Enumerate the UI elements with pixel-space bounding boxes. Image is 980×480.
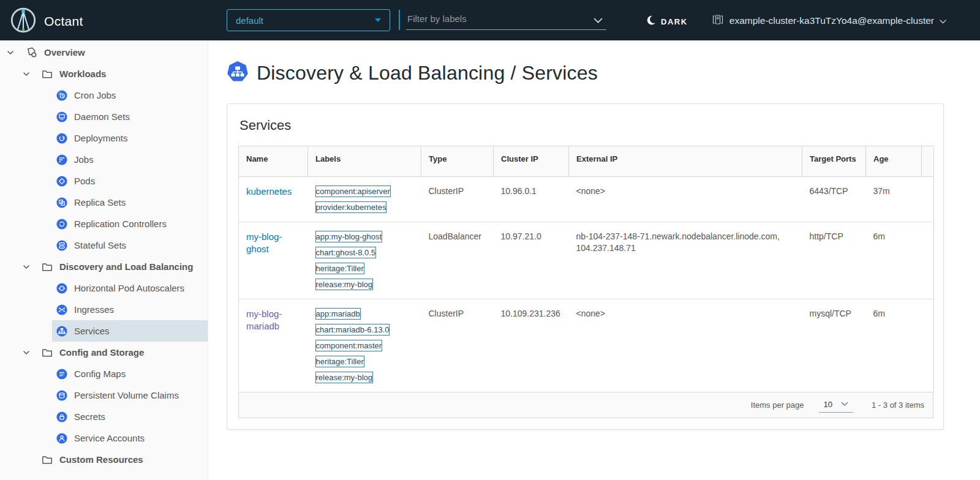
page-title-row: Discovery & Load Balancing / Services [227, 61, 980, 85]
chevron-down-icon[interactable] [22, 263, 32, 271]
sidebar-item-label: Cron Jobs [74, 90, 116, 100]
items-per-page-select[interactable]: 10 [819, 398, 853, 413]
service-accounts-icon [56, 433, 67, 444]
sidebar-item-label: Deployments [74, 133, 128, 143]
label-pill[interactable]: release:my-blog [315, 372, 374, 383]
objects-icon [26, 47, 37, 58]
label-pill[interactable]: chart:ghost-8.0.5 [315, 247, 377, 258]
pods-icon [56, 176, 67, 187]
sidebar-item-label: Replica Sets [74, 197, 126, 208]
sidebar-item-config-and-storage[interactable]: Config and Storage [0, 342, 208, 363]
sidebar-item-config-maps[interactable]: Config Maps [0, 363, 208, 384]
namespace-dropdown[interactable]: default [227, 9, 390, 31]
moon-icon [645, 15, 656, 28]
chevron-down-icon[interactable] [6, 48, 16, 57]
label-pill[interactable]: heritage:Tiller [315, 263, 364, 274]
sidebar-item-label: Services [74, 326, 110, 336]
items-per-page-chevron-icon [841, 402, 848, 407]
label-pill[interactable]: component:apiserver [315, 186, 391, 197]
sidebar-item-stateful-sets[interactable]: Stateful Sets [0, 234, 208, 256]
dark-theme-toggle[interactable]: DARK [645, 15, 688, 28]
sidebar-item-services[interactable]: Services [52, 320, 208, 342]
cluster-context-label: example-cluster-ka3TuTzYo4a@example-clus… [729, 15, 934, 26]
column-header-filler [922, 146, 934, 177]
main-content: Discovery & Load Balancing / Services Se… [208, 40, 980, 480]
page-title: Discovery & Load Balancing / Services [257, 62, 598, 84]
services-card: Services NameLabelsTypeCluster IPExterna… [227, 103, 944, 430]
cell-filler [922, 177, 934, 222]
service-link-my-blog-ghost[interactable]: my-blog-ghost [246, 231, 282, 254]
sidebar-item-label: Daemon Sets [74, 111, 130, 122]
namespace-selected-value: default [236, 15, 263, 26]
label-pill[interactable]: release:my-blog [315, 279, 374, 290]
label-pill[interactable]: heritage:Tiller [315, 356, 364, 367]
column-header-labels: Labels [308, 146, 421, 177]
cell-cluster-ip: 10.109.231.236 [494, 299, 569, 392]
sidebar-item-label: Ingresses [74, 304, 114, 315]
filter-chevron-down-icon[interactable] [594, 15, 603, 26]
sidebar-item-pods[interactable]: Pods [0, 170, 208, 192]
dark-toggle-label: DARK [661, 17, 688, 26]
sidebar-item-replication-controllers[interactable]: Replication Controllers [0, 213, 208, 234]
column-header-type: Type [421, 146, 494, 177]
folder-icon [42, 348, 53, 358]
sidebar-item-discovery-and-load-balancing[interactable]: Discovery and Load Balancing [0, 256, 208, 277]
cell-name: kubernetes [239, 177, 308, 222]
cell-target-ports: mysql/TCP [802, 299, 866, 392]
column-header-target-ports: Target Ports [802, 146, 866, 177]
app-header: Octant default DARK example-cluster-ka3T… [0, 0, 980, 40]
folder-icon [42, 455, 53, 465]
chevron-down-icon[interactable] [22, 70, 32, 78]
sidebar-item-service-accounts[interactable]: Service Accounts [0, 427, 208, 449]
sidebar-item-label: Workloads [59, 69, 106, 79]
cell-age: 37m [866, 177, 922, 222]
namespace-caret-icon [375, 18, 381, 22]
sidebar-item-workloads[interactable]: Workloads [0, 63, 208, 84]
sidebar-item-daemon-sets[interactable]: Daemon Sets [0, 106, 208, 127]
label-pill[interactable]: chart:mariadb-6.13.0 [315, 324, 390, 336]
cell-name: my-blog-ghost [239, 222, 308, 299]
sidebar-item-persistent-volume-claims[interactable]: Persistent Volume Claims [0, 384, 208, 406]
label-filter-input[interactable] [406, 10, 606, 30]
label-pill[interactable]: component:master [315, 340, 383, 351]
navigation-sidebar: OverviewWorkloadsCron JobsDaemon SetsDep… [0, 40, 208, 480]
folder-icon [42, 262, 53, 272]
sidebar-item-horizontal-pod-autoscalers[interactable]: Horizontal Pod Autoscalers [0, 277, 208, 299]
cell-type: LoadBalancer [421, 222, 494, 299]
cluster-document-icon [712, 13, 724, 28]
cell-cluster-ip: 10.96.0.1 [494, 177, 569, 222]
chevron-down-icon[interactable] [22, 348, 32, 357]
sidebar-item-overview[interactable]: Overview [0, 42, 208, 63]
label-pill[interactable]: provider:kubernetes [315, 201, 387, 213]
header-divider [399, 10, 400, 30]
label-pill[interactable]: app:mariadb [315, 308, 361, 320]
sidebar-item-custom-resources[interactable]: Custom Resources [0, 449, 208, 470]
services-icon [56, 326, 67, 337]
cell-cluster-ip: 10.97.21.0 [494, 222, 569, 299]
cell-external-ip: <none> [569, 177, 802, 222]
cluster-context-selector[interactable]: example-cluster-ka3TuTzYo4a@example-clus… [712, 13, 946, 28]
service-link-kubernetes[interactable]: kubernetes [246, 186, 292, 197]
cell-filler [922, 299, 934, 392]
cell-type: ClusterIP [421, 177, 494, 222]
sidebar-item-replica-sets[interactable]: Replica Sets [0, 192, 208, 213]
sidebar-item-ingresses[interactable]: Ingresses [0, 299, 208, 320]
cell-target-ports: 6443/TCP [802, 177, 866, 222]
sidebar-item-label: Discovery and Load Balancing [59, 261, 193, 272]
config-maps-icon [56, 369, 67, 380]
cell-labels: app:mariadbchart:mariadb-6.13.0component… [308, 299, 421, 392]
context-chevron-down-icon [940, 15, 946, 26]
label-pill[interactable]: app:my-blog-ghost [315, 231, 383, 242]
service-link-my-blog-mariadb[interactable]: my-blog-mariadb [246, 309, 282, 331]
table-row-my-blog-ghost: my-blog-ghostapp:my-blog-ghostchart:ghos… [239, 222, 934, 299]
cell-age: 6m [866, 299, 922, 392]
cell-type: ClusterIP [421, 299, 494, 392]
replication-controllers-icon [56, 219, 67, 230]
cell-age: 6m [866, 222, 922, 299]
sidebar-item-cron-jobs[interactable]: Cron Jobs [0, 84, 208, 106]
sidebar-item-label: Custom Resources [59, 454, 143, 465]
sidebar-item-deployments[interactable]: Deployments [0, 127, 208, 149]
sidebar-item-secrets[interactable]: Secrets [0, 406, 208, 427]
column-header-external-ip: External IP [569, 146, 802, 177]
sidebar-item-jobs[interactable]: Jobs [0, 149, 208, 170]
